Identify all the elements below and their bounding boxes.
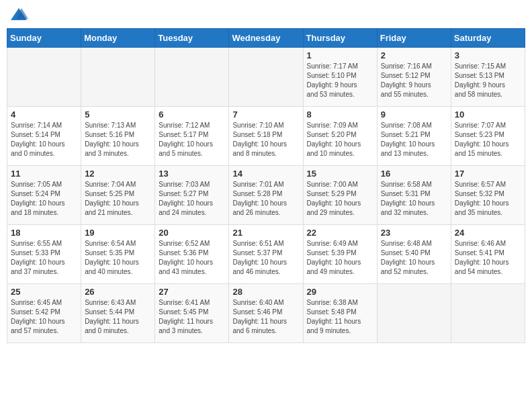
day-number: 7 bbox=[232, 109, 299, 120]
calendar-cell bbox=[451, 284, 525, 343]
day-info: Sunrise: 6:52 AM Sunset: 5:36 PM Dayligh… bbox=[159, 239, 225, 277]
calendar-cell: 25Sunrise: 6:45 AM Sunset: 5:42 PM Dayli… bbox=[7, 284, 81, 343]
day-info: Sunrise: 7:09 AM Sunset: 5:20 PM Dayligh… bbox=[307, 121, 373, 158]
day-number: 12 bbox=[85, 169, 151, 179]
day-of-week-header: Sunday bbox=[7, 29, 81, 48]
calendar-cell: 23Sunrise: 6:48 AM Sunset: 5:40 PM Dayli… bbox=[377, 225, 451, 284]
day-info: Sunrise: 6:46 AM Sunset: 5:41 PM Dayligh… bbox=[455, 239, 521, 277]
calendar-cell bbox=[377, 284, 451, 343]
day-info: Sunrise: 7:12 AM Sunset: 5:17 PM Dayligh… bbox=[159, 121, 225, 158]
day-info: Sunrise: 6:41 AM Sunset: 5:45 PM Dayligh… bbox=[159, 298, 225, 336]
day-of-week-header: Saturday bbox=[451, 29, 525, 48]
calendar-cell: 12Sunrise: 7:04 AM Sunset: 5:25 PM Dayli… bbox=[81, 166, 155, 225]
day-info: Sunrise: 7:05 AM Sunset: 5:24 PM Dayligh… bbox=[11, 180, 77, 218]
day-info: Sunrise: 7:07 AM Sunset: 5:23 PM Dayligh… bbox=[455, 121, 521, 158]
day-number: 13 bbox=[159, 169, 225, 179]
day-number: 8 bbox=[307, 109, 373, 120]
day-of-week-header: Thursday bbox=[303, 29, 377, 48]
day-number: 28 bbox=[232, 287, 299, 297]
day-number: 10 bbox=[455, 109, 521, 120]
day-number: 9 bbox=[381, 109, 447, 120]
calendar-cell: 5Sunrise: 7:13 AM Sunset: 5:16 PM Daylig… bbox=[81, 107, 155, 166]
calendar-cell: 24Sunrise: 6:46 AM Sunset: 5:41 PM Dayli… bbox=[451, 225, 525, 284]
day-info: Sunrise: 6:40 AM Sunset: 5:46 PM Dayligh… bbox=[232, 298, 299, 336]
day-info: Sunrise: 7:00 AM Sunset: 5:29 PM Dayligh… bbox=[307, 180, 373, 218]
calendar-cell: 8Sunrise: 7:09 AM Sunset: 5:20 PM Daylig… bbox=[303, 107, 377, 166]
day-number: 20 bbox=[159, 228, 225, 238]
day-number: 18 bbox=[11, 228, 77, 238]
day-of-week-header: Tuesday bbox=[155, 29, 229, 48]
day-number: 24 bbox=[455, 228, 521, 238]
calendar-cell: 13Sunrise: 7:03 AM Sunset: 5:27 PM Dayli… bbox=[155, 166, 229, 225]
day-number: 14 bbox=[232, 169, 299, 179]
day-info: Sunrise: 7:01 AM Sunset: 5:28 PM Dayligh… bbox=[232, 180, 299, 218]
calendar-cell: 26Sunrise: 6:43 AM Sunset: 5:44 PM Dayli… bbox=[81, 284, 155, 343]
day-info: Sunrise: 6:45 AM Sunset: 5:42 PM Dayligh… bbox=[11, 298, 77, 336]
calendar-cell: 15Sunrise: 7:00 AM Sunset: 5:29 PM Dayli… bbox=[303, 166, 377, 225]
day-info: Sunrise: 7:10 AM Sunset: 5:18 PM Dayligh… bbox=[232, 121, 299, 158]
day-of-week-header: Friday bbox=[377, 29, 451, 48]
calendar-cell: 11Sunrise: 7:05 AM Sunset: 5:24 PM Dayli… bbox=[7, 166, 81, 225]
day-info: Sunrise: 7:15 AM Sunset: 5:13 PM Dayligh… bbox=[455, 62, 521, 99]
day-number: 27 bbox=[159, 287, 225, 297]
day-info: Sunrise: 6:49 AM Sunset: 5:39 PM Dayligh… bbox=[307, 239, 373, 277]
day-number: 29 bbox=[307, 287, 373, 297]
calendar-cell: 1Sunrise: 7:17 AM Sunset: 5:10 PM Daylig… bbox=[303, 48, 377, 107]
day-info: Sunrise: 7:14 AM Sunset: 5:14 PM Dayligh… bbox=[11, 121, 77, 158]
day-number: 15 bbox=[307, 169, 373, 179]
calendar-cell: 10Sunrise: 7:07 AM Sunset: 5:23 PM Dayli… bbox=[451, 107, 525, 166]
calendar-cell: 20Sunrise: 6:52 AM Sunset: 5:36 PM Dayli… bbox=[155, 225, 229, 284]
calendar-cell bbox=[229, 48, 303, 107]
day-of-week-header: Wednesday bbox=[229, 29, 303, 48]
day-number: 21 bbox=[232, 228, 299, 238]
day-info: Sunrise: 7:08 AM Sunset: 5:21 PM Dayligh… bbox=[381, 121, 447, 158]
day-number: 6 bbox=[159, 109, 225, 120]
day-info: Sunrise: 6:55 AM Sunset: 5:33 PM Dayligh… bbox=[11, 239, 77, 277]
calendar-cell: 6Sunrise: 7:12 AM Sunset: 5:17 PM Daylig… bbox=[155, 107, 229, 166]
day-info: Sunrise: 7:17 AM Sunset: 5:10 PM Dayligh… bbox=[307, 62, 373, 99]
calendar-cell: 22Sunrise: 6:49 AM Sunset: 5:39 PM Dayli… bbox=[303, 225, 377, 284]
page-header bbox=[7, 7, 525, 23]
day-info: Sunrise: 6:57 AM Sunset: 5:32 PM Dayligh… bbox=[455, 180, 521, 218]
day-info: Sunrise: 7:16 AM Sunset: 5:12 PM Dayligh… bbox=[381, 62, 447, 99]
calendar-cell: 2Sunrise: 7:16 AM Sunset: 5:12 PM Daylig… bbox=[377, 48, 451, 107]
day-number: 16 bbox=[381, 169, 447, 179]
calendar-cell bbox=[155, 48, 229, 107]
calendar-cell: 16Sunrise: 6:58 AM Sunset: 5:31 PM Dayli… bbox=[377, 166, 451, 225]
calendar-cell: 21Sunrise: 6:51 AM Sunset: 5:37 PM Dayli… bbox=[229, 225, 303, 284]
day-number: 5 bbox=[85, 109, 151, 120]
calendar-week-row: 25Sunrise: 6:45 AM Sunset: 5:42 PM Dayli… bbox=[7, 284, 525, 343]
day-number: 26 bbox=[85, 287, 151, 297]
day-number: 17 bbox=[455, 169, 521, 179]
calendar-table: SundayMondayTuesdayWednesdayThursdayFrid… bbox=[7, 28, 525, 343]
calendar-cell bbox=[81, 48, 155, 107]
day-number: 22 bbox=[307, 228, 373, 238]
calendar-cell: 7Sunrise: 7:10 AM Sunset: 5:18 PM Daylig… bbox=[229, 107, 303, 166]
day-number: 1 bbox=[307, 50, 373, 60]
calendar-header-row: SundayMondayTuesdayWednesdayThursdayFrid… bbox=[7, 29, 525, 48]
day-number: 2 bbox=[381, 50, 447, 60]
day-number: 3 bbox=[455, 50, 521, 60]
day-info: Sunrise: 6:51 AM Sunset: 5:37 PM Dayligh… bbox=[232, 239, 299, 277]
day-info: Sunrise: 6:54 AM Sunset: 5:35 PM Dayligh… bbox=[85, 239, 151, 277]
day-number: 25 bbox=[11, 287, 77, 297]
day-number: 11 bbox=[11, 169, 77, 179]
calendar-cell: 14Sunrise: 7:01 AM Sunset: 5:28 PM Dayli… bbox=[229, 166, 303, 225]
calendar-cell: 18Sunrise: 6:55 AM Sunset: 5:33 PM Dayli… bbox=[7, 225, 81, 284]
logo-icon bbox=[9, 7, 28, 23]
day-info: Sunrise: 6:48 AM Sunset: 5:40 PM Dayligh… bbox=[381, 239, 447, 277]
calendar-week-row: 18Sunrise: 6:55 AM Sunset: 5:33 PM Dayli… bbox=[7, 225, 525, 284]
calendar-week-row: 1Sunrise: 7:17 AM Sunset: 5:10 PM Daylig… bbox=[7, 48, 525, 107]
day-info: Sunrise: 7:13 AM Sunset: 5:16 PM Dayligh… bbox=[85, 121, 151, 158]
calendar-cell: 29Sunrise: 6:38 AM Sunset: 5:48 PM Dayli… bbox=[303, 284, 377, 343]
day-info: Sunrise: 6:38 AM Sunset: 5:48 PM Dayligh… bbox=[307, 298, 373, 336]
calendar-cell: 17Sunrise: 6:57 AM Sunset: 5:32 PM Dayli… bbox=[451, 166, 525, 225]
day-info: Sunrise: 7:03 AM Sunset: 5:27 PM Dayligh… bbox=[159, 180, 225, 218]
day-info: Sunrise: 6:58 AM Sunset: 5:31 PM Dayligh… bbox=[381, 180, 447, 218]
calendar-cell: 28Sunrise: 6:40 AM Sunset: 5:46 PM Dayli… bbox=[229, 284, 303, 343]
calendar-week-row: 11Sunrise: 7:05 AM Sunset: 5:24 PM Dayli… bbox=[7, 166, 525, 225]
calendar-cell: 4Sunrise: 7:14 AM Sunset: 5:14 PM Daylig… bbox=[7, 107, 81, 166]
calendar-cell bbox=[7, 48, 81, 107]
calendar-cell: 27Sunrise: 6:41 AM Sunset: 5:45 PM Dayli… bbox=[155, 284, 229, 343]
day-info: Sunrise: 6:43 AM Sunset: 5:44 PM Dayligh… bbox=[85, 298, 151, 336]
